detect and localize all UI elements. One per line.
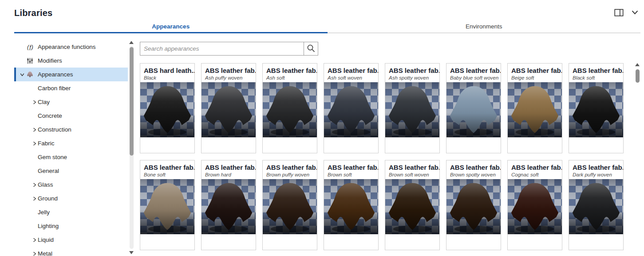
appearance-card-black-soft[interactable]: ABS leather fab... Black soft [569,63,624,153]
chevron-icon[interactable] [31,236,38,243]
appearance-card-subtitle: Beige soft [508,74,562,82]
card-footer [446,234,501,250]
appearance-card-brown-soft[interactable]: ABS leather fab... Brown soft [324,160,379,250]
card-footer [446,137,501,153]
appearance-card-beige-soft[interactable]: ABS leather fab... Beige soft [507,63,562,153]
card-footer [508,137,562,153]
appearance-card-title: ABS leather fab... [446,64,501,74]
scroll-up-arrow[interactable] [129,41,134,44]
card-footer [140,234,194,250]
search-button[interactable] [304,42,318,56]
chevron-icon[interactable] [19,71,25,78]
appearance-card-title: ABS leather fab... [385,64,439,74]
sidebar-item-modifiers[interactable]: Modifiers [14,54,128,68]
appearance-card-ash-soft-woven[interactable]: ABS leather fab... Ash soft woven [324,63,379,153]
appearance-card-title: ABS leather fab... [263,160,317,171]
sidebar-item-label: Lighting [38,223,59,229]
appearance-card-ash-puffy-woven[interactable]: ABS leather fab... Ash puffy woven [201,63,256,153]
card-footer [140,137,194,153]
draped-cloth-graphic [201,179,256,234]
appearance-card-brown-puffy-woven[interactable]: ABS leather fab... Brown puffy woven [262,160,317,250]
appearance-card-baby-blue-soft-woven[interactable]: ABS leather fab... Baby blue soft woven [446,63,501,153]
appearance-card-brown-spotty-woven[interactable]: ABS leather fab... Brown spotty woven [446,160,501,250]
chevron-down-icon[interactable] [630,8,640,17]
sidebar-item-carbon-fiber[interactable]: Carbon fiber [14,81,128,95]
appearance-swatch-image [140,82,194,137]
card-footer [569,234,623,250]
chevron-icon [31,209,38,216]
appearance-card-subtitle: Brown soft [324,171,378,179]
chevron-icon[interactable] [31,126,38,133]
sidebar-item-label: Concrete [38,112,62,119]
chevron-icon[interactable] [31,195,38,202]
sidebar-item-ground[interactable]: Ground [14,192,128,205]
scrollbar-track[interactable] [636,68,640,246]
appearance-card-subtitle: Brown hard [201,171,256,179]
sidebar-item-label: Clay [38,99,50,105]
appearance-card-bone-soft[interactable]: ABS leather fab... Bone soft [140,160,195,250]
chevron-icon [31,85,38,92]
sidebar-item-general[interactable]: General [14,164,128,178]
appearance-card-dark-puffy-woven[interactable]: ABS leather fab... Dark puffy woven [569,160,624,250]
appearance-card-title: ABS leather fab... [324,160,378,171]
scroll-up-arrow[interactable] [635,63,640,66]
scrollbar-thumb[interactable] [636,69,640,83]
appearance-card-subtitle: Baby blue soft woven [446,74,501,82]
sidebar-item-construction[interactable]: Construction [14,123,128,136]
split-panel-icon[interactable] [614,8,624,17]
appearance-card-title: ABS leather fab... [569,64,623,74]
appearance-card-title: ABS leather fab... [569,160,623,171]
sidebar-item-label: Construction [38,126,71,133]
sidebar-scrollbar[interactable] [129,41,134,254]
sidebar-item-gem-stone[interactable]: Gem stone [14,150,128,164]
sidebar-item-clay[interactable]: Clay [14,95,128,109]
scroll-down-arrow[interactable] [129,251,134,254]
sidebar-item-label: Ground [38,195,58,202]
appearance-card-brown-soft-woven[interactable]: ABS leather fab... Brown soft woven [385,160,440,250]
card-footer [324,234,378,250]
appearance-swatch-image [569,179,623,234]
sidebar-item-metal[interactable]: Metal [14,247,128,256]
appearance-card-black[interactable]: ABS hard leath... Black [140,63,195,153]
appearance-card-ash-spotty-woven[interactable]: ABS leather fab... Ash spotty woven [385,63,440,153]
chevron-icon [19,44,25,50]
search-input[interactable] [140,42,304,56]
chevron-icon [31,112,38,119]
chevron-icon[interactable] [31,181,38,188]
appearance-card-brown-hard[interactable]: ABS leather fab... Brown hard [201,160,256,250]
appearance-card-title: ABS leather fab... [385,160,439,171]
appearance-swatch-image [446,82,501,137]
appearance-card-subtitle: Dark puffy woven [569,171,623,179]
sidebar-item-lighting[interactable]: Lighting [14,219,128,233]
appearance-swatch-image [140,179,194,234]
chevron-icon[interactable] [31,250,38,256]
chevron-icon [31,154,38,160]
sidebar-item-glass[interactable]: Glass [14,178,128,192]
sidebar-item-appearances[interactable]: Appearances [14,68,128,81]
card-footer [508,234,562,250]
appearance-card-title: ABS leather fab... [446,160,501,171]
chevron-icon[interactable] [31,140,38,147]
scrollbar-thumb[interactable] [130,47,134,156]
sidebar-item-liquid[interactable]: Liquid [14,233,128,247]
page-title: Libraries [14,8,52,18]
tab-environments-label: Environments [466,23,502,30]
chevron-icon[interactable] [31,99,38,105]
grid-scrollbar[interactable] [635,63,640,252]
appearance-card-ash-soft[interactable]: ABS leather fab... Ash soft [262,63,317,153]
sidebar-item-fabric[interactable]: Fabric [14,136,128,150]
scrollbar-track[interactable] [130,46,134,249]
sidebar-item-concrete[interactable]: Concrete [14,109,128,123]
appearance-card-cognac-soft[interactable]: ABS leather fab... Cognac soft [507,160,562,250]
sidebar-item-label: Carbon fiber [38,85,71,92]
chevron-icon [31,223,38,229]
sidebar-item-jelly[interactable]: Jelly [14,205,128,219]
card-footer [569,137,623,153]
sidebar-item-label: Gem stone [38,154,67,160]
appearance-swatch-image [201,82,256,137]
tab-appearances[interactable]: Appearances [14,20,328,33]
libraries-panel: Libraries Appearances Environments (ƒ) A… [0,0,644,256]
sidebar-item-appearance-functions[interactable]: (ƒ) Appearance functions [14,40,128,54]
draped-cloth-graphic [569,82,623,137]
tab-environments[interactable]: Environments [328,20,641,33]
